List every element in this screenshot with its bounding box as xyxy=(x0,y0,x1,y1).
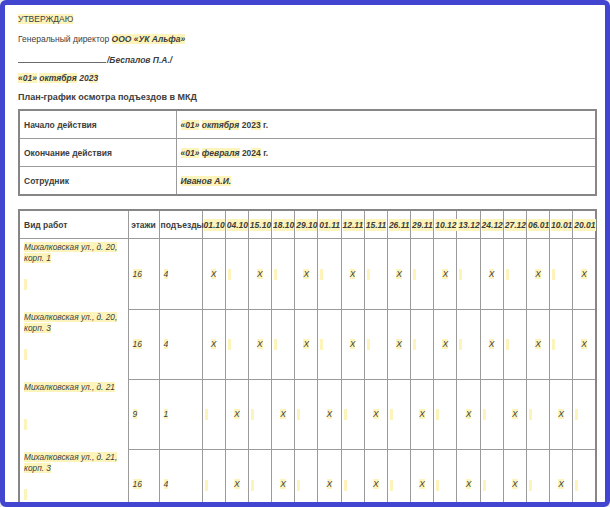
inspection-mark-cell: X xyxy=(503,379,526,449)
schedule-row: Михалковская ул., д. 21, корп. 3164XXXXX… xyxy=(19,449,596,507)
inspection-mark-cell: X xyxy=(202,239,225,310)
inspection-mark: X xyxy=(396,339,402,349)
address-text-highlight: Михалковская ул., д. 20, корп. 1 xyxy=(24,242,117,263)
end-date-label: Окончание действия xyxy=(19,139,176,167)
highlight-mark xyxy=(436,409,439,420)
start-date-value: «01» октября 2023 г. xyxy=(176,110,596,139)
empty-schedule-cell xyxy=(225,239,248,310)
inspection-mark: X xyxy=(211,339,217,349)
signature-name: /Беспалов П.А./ xyxy=(107,55,172,65)
empty-schedule-cell xyxy=(295,379,318,449)
highlight-mark xyxy=(228,269,231,280)
schedule-header-row: Вид работ этажи подъезды 01.1004.1015.10… xyxy=(19,210,596,239)
date-column-header: 27.12 xyxy=(503,210,526,239)
inspection-mark: X xyxy=(489,269,495,279)
date-column-header-text: 20.01 xyxy=(574,219,595,231)
date-column-header-text: 13.12 xyxy=(458,219,479,231)
work-type-header: Вид работ xyxy=(19,210,128,239)
schedule-table: Вид работ этажи подъезды 01.1004.1015.10… xyxy=(18,209,597,507)
entrances-cell-value: 4 xyxy=(164,269,169,279)
inspection-mark: X xyxy=(442,269,448,279)
inspection-mark-cell: X xyxy=(341,239,364,310)
highlight-mark xyxy=(506,269,509,280)
start-date-month: октября xyxy=(202,120,240,130)
inspection-mark-cell: X xyxy=(295,239,318,310)
inspection-mark-cell: X xyxy=(364,379,387,449)
inspection-mark: X xyxy=(419,479,425,489)
inspection-mark-cell: X xyxy=(434,309,457,379)
date-column-header: 26.11 xyxy=(387,210,410,239)
entrances-header: подъезды xyxy=(159,210,202,239)
highlight-mark xyxy=(24,349,27,360)
inspection-mark: X xyxy=(350,269,356,279)
inspection-mark: X xyxy=(327,409,333,419)
highlight-mark xyxy=(436,480,439,491)
inspection-mark: X xyxy=(512,479,518,489)
info-row-start: Начало действия «01» октября 2023 г. xyxy=(19,110,596,139)
address-cell: Михалковская ул., д. 21, корп. 3 xyxy=(19,449,128,507)
date-column-header-text: 01.11 xyxy=(319,219,340,231)
approval-date-year-suffix: 23 xyxy=(89,73,98,83)
inspection-mark-cell: X xyxy=(387,309,410,379)
highlight-mark xyxy=(24,489,27,500)
empty-schedule-cell xyxy=(573,379,596,449)
empty-schedule-cell xyxy=(272,309,295,379)
date-column-header-text: 15.10 xyxy=(250,219,271,231)
empty-schedule-cell xyxy=(411,309,434,379)
inspection-mark-cell: X xyxy=(272,379,295,449)
date-column-header: 29.10 xyxy=(295,210,318,239)
end-date-day: «01» xyxy=(181,148,200,158)
date-column-header: 15.11 xyxy=(364,210,387,239)
date-column-header-text: 10.01 xyxy=(551,219,572,231)
empty-schedule-cell xyxy=(457,309,480,379)
highlight-mark xyxy=(552,269,555,280)
empty-schedule-cell xyxy=(387,449,410,507)
date-column-header: 10.01 xyxy=(550,210,573,239)
schedule-row: Михалковская ул., д. 20, корп. 3164XXXXX… xyxy=(19,309,596,379)
highlight-mark xyxy=(459,339,462,350)
inspection-mark-cell: X xyxy=(550,379,573,449)
start-date-year-prefix: 20 xyxy=(242,120,251,130)
empty-schedule-cell xyxy=(480,449,503,507)
empty-schedule-cell xyxy=(202,449,225,507)
inspection-mark: X xyxy=(535,269,541,279)
approval-date-month: октября xyxy=(39,73,77,83)
entrances-cell: 4 xyxy=(159,449,202,507)
date-column-header: 01.11 xyxy=(318,210,341,239)
highlight-mark xyxy=(483,480,486,491)
inspection-mark: X xyxy=(466,409,472,419)
empty-schedule-cell xyxy=(225,309,248,379)
highlight-mark xyxy=(320,339,323,350)
floors-cell: 9 xyxy=(128,379,159,449)
start-date-day: «01» xyxy=(181,120,200,130)
inspection-mark-cell: X xyxy=(573,309,596,379)
highlight-mark xyxy=(24,419,27,430)
empty-schedule-cell xyxy=(573,449,596,507)
inspection-mark: X xyxy=(327,479,333,489)
start-date-label: Начало действия xyxy=(19,110,176,139)
inspection-mark: X xyxy=(257,339,263,349)
inspection-mark: X xyxy=(442,339,448,349)
empty-schedule-cell xyxy=(434,449,457,507)
empty-schedule-cell xyxy=(503,309,526,379)
inspection-mark: X xyxy=(350,339,356,349)
inspection-mark: X xyxy=(280,479,286,489)
inspection-mark: X xyxy=(535,339,541,349)
empty-schedule-cell xyxy=(387,379,410,449)
inspection-mark: X xyxy=(512,409,518,419)
empty-schedule-cell xyxy=(503,239,526,310)
inspection-mark-cell: X xyxy=(248,239,271,310)
schedule-row: Михалковская ул., д. 20, корп. 1164XXXXX… xyxy=(19,239,596,310)
empty-schedule-cell xyxy=(364,239,387,310)
inspection-mark-cell: X xyxy=(503,449,526,507)
highlight-mark xyxy=(390,480,393,491)
date-column-header: 06.01 xyxy=(526,210,549,239)
inspection-mark-cell: X xyxy=(457,379,480,449)
date-column-header: 24.12 xyxy=(480,210,503,239)
address-text: Михалковская ул., д. 20, корп. 1 xyxy=(24,242,126,264)
inspection-mark: X xyxy=(466,479,472,489)
date-column-header: 29.11 xyxy=(411,210,434,239)
inspection-mark-cell: X xyxy=(202,309,225,379)
inspection-mark-cell: X xyxy=(550,449,573,507)
inspection-mark: X xyxy=(234,479,240,489)
